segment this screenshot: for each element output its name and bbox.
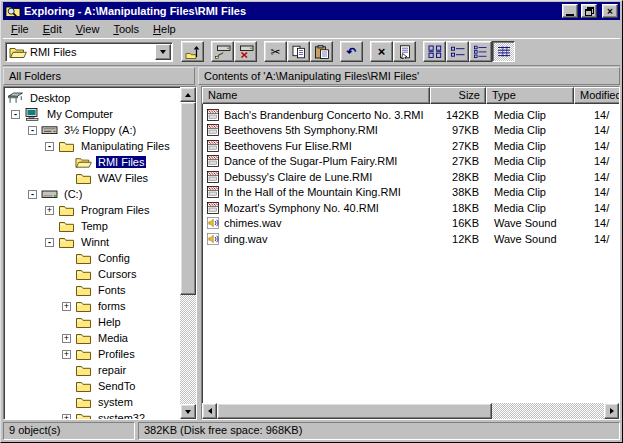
paste-button[interactable] bbox=[310, 41, 333, 62]
address-dropdown[interactable]: RMI Files bbox=[5, 42, 173, 62]
tree-item-temp[interactable]: Temp bbox=[4, 218, 180, 234]
menu-file[interactable]: File bbox=[4, 21, 36, 37]
details-view-button[interactable] bbox=[492, 41, 515, 62]
scroll-thumb[interactable] bbox=[217, 403, 492, 419]
restore-button[interactable] bbox=[581, 4, 597, 18]
tree-item-sendto[interactable]: SendTo bbox=[4, 378, 180, 394]
file-row[interactable]: Bach's Brandenburg Concerto No. 3.RMI142… bbox=[202, 107, 619, 123]
scroll-down-button[interactable] bbox=[180, 404, 196, 419]
large-icons-view-button[interactable] bbox=[423, 41, 446, 62]
scroll-track[interactable] bbox=[217, 403, 604, 419]
tree-item-system[interactable]: system bbox=[4, 394, 180, 410]
all-folders-header: All Folders bbox=[3, 67, 195, 85]
file-row[interactable]: Debussy's Claire de Lune.RMI28KBMedia Cl… bbox=[202, 169, 619, 185]
properties-button[interactable] bbox=[393, 41, 416, 62]
collapse-toggle[interactable] bbox=[11, 110, 20, 119]
tree-vertical-scrollbar[interactable] bbox=[180, 87, 196, 419]
scroll-track[interactable] bbox=[180, 102, 196, 404]
restore-icon bbox=[585, 7, 594, 16]
file-row[interactable]: Beethovens Fur Elise.RMI27KBMedia Clip14… bbox=[202, 138, 619, 154]
media-clip-icon bbox=[206, 154, 220, 168]
status-object-count: 9 object(s) bbox=[3, 422, 135, 440]
list-horizontal-scrollbar[interactable] bbox=[202, 403, 619, 419]
tree-item-wav-files[interactable]: WAV Files bbox=[4, 170, 180, 186]
delete-button[interactable]: × bbox=[370, 41, 393, 62]
tree-item-manipulating-files[interactable]: Manipulating Files bbox=[4, 138, 180, 154]
expand-toggle[interactable] bbox=[62, 302, 71, 311]
tree-item-profiles[interactable]: Profiles bbox=[4, 346, 180, 362]
menu-help[interactable]: Help bbox=[146, 21, 183, 37]
column-header-name[interactable]: Name bbox=[202, 87, 430, 104]
up-one-level-icon bbox=[185, 45, 201, 59]
small-icons-view-button[interactable] bbox=[446, 41, 469, 62]
disconnect-network-drive-button[interactable] bbox=[234, 41, 257, 62]
tree-item-repair[interactable]: repair bbox=[4, 362, 180, 378]
tree-item-fonts[interactable]: Fonts bbox=[4, 282, 180, 298]
close-icon: × bbox=[607, 6, 613, 17]
menu-tools[interactable]: Tools bbox=[106, 21, 146, 37]
tree-item-media[interactable]: Media bbox=[4, 330, 180, 346]
paste-icon bbox=[314, 45, 330, 59]
collapse-toggle[interactable] bbox=[45, 142, 54, 151]
expand-toggle[interactable] bbox=[62, 414, 71, 420]
expand-toggle[interactable] bbox=[62, 350, 71, 359]
tree-item-floppy-a[interactable]: 3½ Floppy (A:) bbox=[4, 122, 180, 138]
folder-icon bbox=[58, 235, 75, 249]
tree-item-rmi-files[interactable]: RMI Files bbox=[4, 154, 180, 170]
undo-button[interactable]: ↶ bbox=[340, 41, 363, 62]
folder-tree: Desktop My Computer 3½ Floppy (A:) Manip… bbox=[4, 87, 180, 419]
media-clip-icon bbox=[206, 201, 220, 215]
tree-item-config[interactable]: Config bbox=[4, 250, 180, 266]
scroll-right-button[interactable] bbox=[604, 403, 619, 419]
scroll-up-button[interactable] bbox=[180, 87, 196, 102]
up-one-level-button[interactable] bbox=[181, 41, 204, 62]
tree-item-winnt[interactable]: Winnt bbox=[4, 234, 180, 250]
folder-icon bbox=[75, 331, 92, 345]
main-area: Desktop My Computer 3½ Floppy (A:) Manip… bbox=[3, 86, 620, 420]
desktop-icon bbox=[7, 91, 24, 105]
tree-item-c-drive[interactable]: (C:) bbox=[4, 186, 180, 202]
folder-tree-pane: Desktop My Computer 3½ Floppy (A:) Manip… bbox=[3, 86, 197, 420]
tree-item-my-computer[interactable]: My Computer bbox=[4, 106, 180, 122]
column-header-modified[interactable]: Modified bbox=[574, 87, 620, 104]
column-header-size[interactable]: Size bbox=[430, 87, 486, 104]
file-row[interactable]: ding.wav12KBWave Sound14/ bbox=[202, 231, 619, 247]
column-header-type[interactable]: Type bbox=[486, 87, 574, 104]
menu-view[interactable]: View bbox=[69, 21, 107, 37]
collapse-toggle[interactable] bbox=[45, 238, 54, 247]
titlebar[interactable]: Exploring - A:\Manipulating Files\RMI Fi… bbox=[3, 2, 620, 20]
tree-item-system32[interactable]: system32 bbox=[4, 410, 180, 419]
tree-item-program-files[interactable]: Program Files bbox=[4, 202, 180, 218]
file-row[interactable]: Beethovens 5th Symphony.RMI97KBMedia Cli… bbox=[202, 123, 619, 139]
tree-item-help[interactable]: Help bbox=[4, 314, 180, 330]
expand-toggle[interactable] bbox=[45, 206, 54, 215]
undo-icon: ↶ bbox=[346, 46, 356, 58]
close-button[interactable]: × bbox=[602, 4, 618, 18]
tree-item-forms[interactable]: forms bbox=[4, 298, 180, 314]
collapse-toggle[interactable] bbox=[28, 190, 37, 199]
file-row[interactable]: In the Hall of the Mountain King.RMI38KB… bbox=[202, 185, 619, 201]
file-row[interactable]: Mozart's Symphony No. 40.RMI18KBMedia Cl… bbox=[202, 200, 619, 216]
list-view-button[interactable] bbox=[469, 41, 492, 62]
collapse-toggle[interactable] bbox=[28, 126, 37, 135]
minimize-button[interactable] bbox=[562, 4, 578, 18]
scroll-left-button[interactable] bbox=[202, 403, 217, 419]
tree-item-cursors[interactable]: Cursors bbox=[4, 266, 180, 282]
copy-button[interactable] bbox=[287, 41, 310, 62]
dropdown-button[interactable] bbox=[155, 44, 171, 60]
wave-sound-icon bbox=[206, 216, 220, 230]
map-network-drive-button[interactable] bbox=[211, 41, 234, 62]
expand-toggle[interactable] bbox=[62, 334, 71, 343]
menu-edit[interactable]: Edit bbox=[36, 21, 69, 37]
map-network-drive-icon bbox=[215, 45, 231, 59]
cut-button[interactable]: ✂ bbox=[264, 41, 287, 62]
scroll-thumb[interactable] bbox=[180, 102, 196, 295]
window-title: Exploring - A:\Manipulating Files\RMI Fi… bbox=[24, 5, 559, 17]
media-clip-icon bbox=[206, 170, 220, 184]
list-view-icon bbox=[473, 45, 489, 59]
tree-item-desktop[interactable]: Desktop bbox=[4, 90, 180, 106]
file-row[interactable]: chimes.wav16KBWave Sound14/ bbox=[202, 216, 619, 232]
file-row[interactable]: Dance of the Sugar-Plum Fairy.RMI27KBMed… bbox=[202, 154, 619, 170]
status-bar: 9 object(s) 382KB (Disk free space: 968K… bbox=[3, 420, 620, 440]
file-list-pane: Name Size Type Modified Bach's Brandenbu… bbox=[201, 86, 620, 420]
